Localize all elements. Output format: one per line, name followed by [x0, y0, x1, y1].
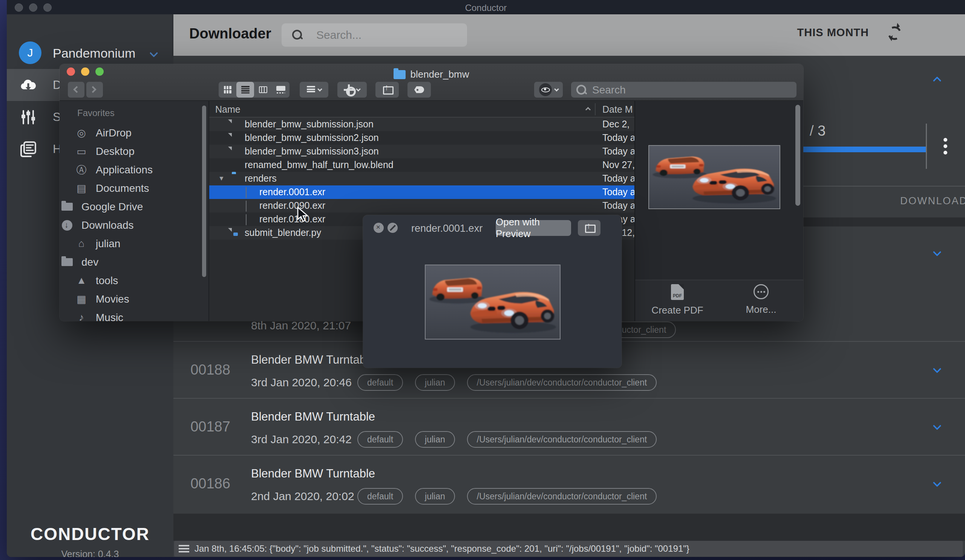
action-menu-button[interactable] [337, 82, 367, 98]
preview-thumbnail[interactable] [648, 145, 780, 209]
finder-sidebar-item[interactable]: ▤ Documents [60, 179, 208, 198]
status-bar: Jan 8th, 16:45:05: {"body": "job submitt… [174, 541, 963, 557]
eye-icon [539, 83, 552, 96]
create-pdf-button[interactable]: Create PDF [647, 280, 708, 321]
account-name[interactable]: Pandemonium [53, 46, 135, 61]
job-id: 00188 [189, 362, 231, 378]
file-list-header: Name Date M [209, 101, 635, 118]
finder-sidebar-item[interactable]: dev [60, 253, 208, 271]
conductor-titlebar[interactable]: Conductor [7, 0, 965, 14]
sidebar-item-label: Downloads [82, 219, 134, 231]
preview-actions: Create PDF More... [635, 280, 803, 321]
forward-button[interactable] [86, 82, 103, 98]
finder-sidebar-item[interactable]: Downloads [60, 216, 208, 234]
file-date-modified: Today a [602, 132, 635, 143]
search-icon [576, 85, 586, 95]
sidebar-item-label: tools [96, 275, 118, 287]
finder-sidebar-item[interactable]: ▭ Desktop [60, 142, 208, 160]
list-view-button[interactable] [236, 82, 254, 98]
share-button[interactable] [375, 82, 399, 98]
file-name: renders [245, 173, 277, 184]
disclosure-triangle-icon[interactable]: ▼ [218, 175, 225, 183]
file-name: render.0001.exr [259, 186, 325, 198]
sliders-icon [20, 109, 37, 126]
quicklook-image [425, 264, 561, 340]
back-button[interactable] [68, 82, 84, 98]
more-label: More... [731, 304, 791, 315]
collapse-job-chevron-up-icon[interactable] [934, 78, 943, 87]
quicklook-eye-button[interactable] [534, 82, 563, 98]
finder-sidebar-item[interactable]: ▲ tools [60, 271, 208, 290]
file-name: render.0090.exr [259, 200, 325, 211]
quicklook-fullscreen-icon[interactable] [388, 223, 398, 233]
mouse-cursor [297, 207, 311, 223]
icon-view-button[interactable] [219, 82, 236, 98]
file-row[interactable]: render.0001.exr Today a [209, 185, 635, 199]
column-header-name[interactable]: Name [215, 104, 240, 115]
column-view-button[interactable] [254, 82, 272, 98]
open-with-preview-button[interactable]: Open with Preview [496, 220, 571, 236]
file-row[interactable]: ▼ renders Today a [209, 172, 635, 185]
job-date: 2nd Jan 2020, 20:02 [251, 490, 357, 503]
file-row[interactable]: render.0090.exr Today a [209, 199, 635, 212]
quicklook-share-button[interactable] [578, 220, 600, 236]
refresh-icon[interactable] [886, 25, 903, 41]
tag-button[interactable] [407, 82, 431, 98]
view-switcher [219, 82, 290, 98]
sidebar-scrollbar[interactable] [202, 106, 206, 277]
finder-window-title: blender_bmw [60, 69, 803, 80]
file-row[interactable]: blender_bmw_submission.json Dec 2, [209, 118, 635, 131]
sidebar-item-icon: ♪ [74, 312, 89, 321]
job-tag: default [357, 431, 403, 448]
expand-job-chevron-down-icon[interactable] [934, 423, 943, 432]
job-tag: default [357, 374, 403, 391]
file-icon [246, 187, 247, 198]
gear-icon [345, 85, 353, 94]
quicklook-close-icon[interactable] [374, 223, 384, 233]
expand-job-chevron-down-icon[interactable] [934, 366, 943, 375]
file-row[interactable]: blender_bmw_submission3.json Today a [209, 145, 635, 158]
file-name: submit_blender.py [245, 227, 321, 238]
divider-strip [173, 514, 965, 541]
sidebar-item-label: Music [96, 312, 123, 322]
finder-search-input[interactable]: Search [571, 82, 797, 98]
group-by-button[interactable] [300, 82, 328, 98]
log-menu-icon[interactable] [179, 545, 189, 552]
quicklook-window: render.0001.exr Open with Preview [363, 215, 622, 368]
more-button[interactable]: More... [731, 280, 791, 321]
finder-sidebar-item[interactable]: Ⓐ Applications [60, 160, 208, 179]
quicklook-title: render.0001.exr [411, 223, 483, 234]
gallery-view-button[interactable] [272, 82, 290, 98]
downloader-topbar: Downloader Search... THIS MONTH [173, 14, 965, 56]
preview-scrollbar[interactable] [795, 105, 800, 206]
file-row[interactable]: blender_bmw_submission2.json Today a [209, 131, 635, 145]
job-kebab-menu-icon[interactable] [944, 138, 947, 155]
finder-sidebar-item[interactable]: Google Drive [60, 198, 208, 216]
date-range-filter[interactable]: THIS MONTH [797, 26, 869, 39]
avatar[interactable]: J [19, 41, 41, 64]
sidebar-item-icon: Ⓐ [74, 163, 89, 177]
search-input[interactable]: Search... [281, 23, 467, 47]
finder-sidebar-item[interactable]: ▦ Movies [60, 290, 208, 308]
app-version: Version: 0.4.3 [7, 549, 173, 557]
download-button[interactable]: DOWNLOAD [900, 195, 965, 207]
column-divider[interactable] [595, 103, 595, 115]
file-row[interactable]: renamed_bmw_half_turn_low.blend Nov 27, [209, 158, 635, 172]
job-row[interactable]: 00186 Blender BMW Turntable 2nd Jan 2020… [173, 455, 965, 512]
progress-divider [926, 124, 927, 169]
sidebar-item-label: Documents [96, 183, 149, 194]
job-title: Blender BMW Turntable [251, 410, 657, 424]
finder-sidebar-item[interactable]: ⌂ julian [60, 234, 208, 253]
job-tag: /Users/julian/dev/conductor/conductor_cl… [467, 374, 657, 391]
finder-sidebar-item[interactable]: ♪ Music [60, 308, 208, 321]
file-date-modified: Today a [602, 186, 635, 198]
job-tag: julian [415, 431, 455, 448]
job-row[interactable]: 00187 Blender BMW Turntable 3rd Jan 2020… [173, 398, 965, 455]
sidebar-item-icon: ▭ [74, 145, 89, 158]
sort-ascending-icon [586, 107, 591, 112]
finder-sidebar-item[interactable]: ◎ AirDrop [60, 124, 208, 142]
expand-job-chevron-down-icon[interactable] [934, 480, 943, 489]
account-chevron-down-icon[interactable] [151, 50, 159, 59]
column-header-date-modified[interactable]: Date M [602, 104, 633, 115]
expand-job-chevron-down-icon[interactable] [934, 249, 943, 258]
